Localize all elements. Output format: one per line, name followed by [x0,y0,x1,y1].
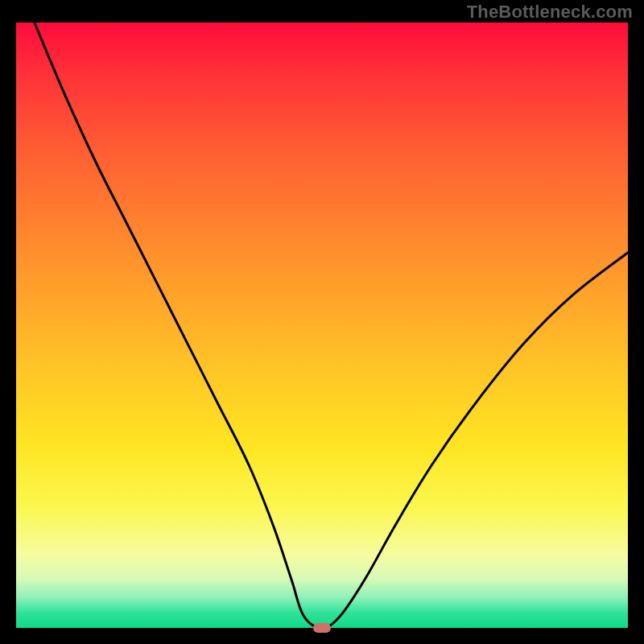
curve-path [35,23,628,628]
plot-area [16,23,628,628]
minimum-marker [313,623,331,633]
chart-frame: TheBottleneck.com [0,0,644,644]
watermark-text: TheBottleneck.com [467,2,633,23]
bottleneck-curve [16,23,628,628]
